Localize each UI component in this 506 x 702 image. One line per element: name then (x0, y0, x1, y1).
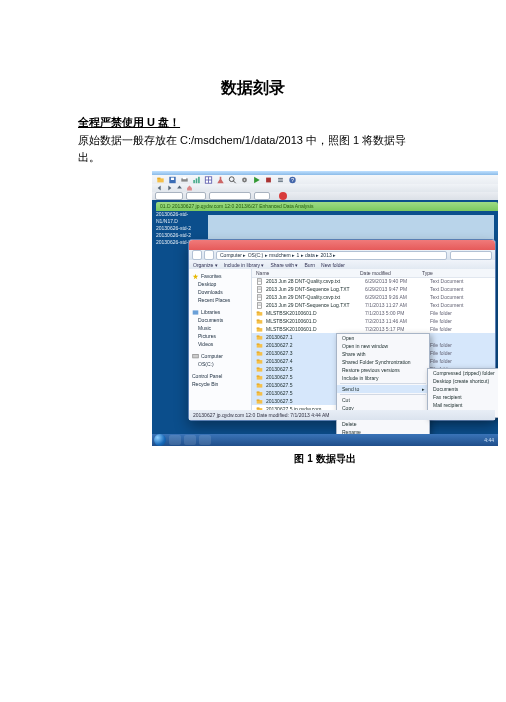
ctx-item[interactable]: Open in new window (337, 342, 429, 350)
sidebar-item[interactable]: Documents (192, 316, 248, 324)
organize-menu[interactable]: Organize ▾ (193, 262, 218, 268)
breadcrumb[interactable]: Computer ▸ OS(C:) ▸ msdchem ▸ 1 ▸ data ▸… (216, 251, 447, 260)
explorer-toolbar: Organize ▾ Include in library ▾ Share wi… (189, 260, 495, 269)
up-icon[interactable] (175, 185, 184, 192)
share-menu[interactable]: Share with ▾ (270, 262, 298, 268)
folder-icon (256, 350, 263, 357)
sendto-item[interactable]: Fax recipient (428, 393, 498, 401)
sendto-item[interactable]: Compressed (zipped) folder (428, 369, 498, 377)
combo-3[interactable] (209, 192, 251, 200)
home-icon[interactable] (185, 185, 194, 192)
include-menu[interactable]: Include in library ▾ (224, 262, 265, 268)
ctx-item[interactable]: Share with (337, 350, 429, 358)
screenshot: ? 01.D 20130627 jp.qydw.com 12:0 2013/6/… (152, 171, 498, 446)
sendto-item[interactable]: Mail recipient (428, 401, 498, 409)
sidebar-item[interactable]: Control Panel (192, 372, 248, 380)
newfolder-button[interactable]: New folder (321, 262, 345, 268)
file-icon (256, 302, 263, 309)
sidebar-favorites[interactable]: Favorites (192, 272, 248, 280)
next-icon[interactable] (165, 185, 174, 192)
file-row[interactable]: 2013 Jun 29 DNT-Sequence Log.TXT6/29/201… (252, 285, 495, 293)
svg-rect-37 (257, 311, 260, 312)
record-icon[interactable] (279, 192, 287, 200)
folder-icon (256, 390, 263, 397)
combo-2[interactable] (186, 192, 206, 200)
explorer-window: Computer ▸ OS(C:) ▸ msdchem ▸ 1 ▸ data ▸… (188, 239, 496, 421)
folder-icon (256, 310, 263, 317)
save-icon[interactable] (167, 175, 178, 184)
file-row[interactable]: MLSTBSK20100601.D7/2/2013 11:46 AMFile f… (252, 317, 495, 325)
folder-icon[interactable] (155, 175, 166, 184)
folder-icon (256, 382, 263, 389)
folder-icon (256, 398, 263, 405)
file-row[interactable]: MLSTBSK20100601.D7/1/2013 5:00 PMFile fo… (252, 309, 495, 317)
svg-rect-8 (198, 176, 200, 182)
file-icon (256, 278, 263, 285)
sidebar-computer[interactable]: Computer (192, 352, 248, 360)
sidebar-item[interactable]: OS(C:) (192, 360, 248, 368)
sidebar-item[interactable]: Recent Places (192, 296, 248, 304)
svg-text:?: ? (291, 177, 294, 183)
sidebar-item[interactable]: Pictures (192, 332, 248, 340)
flask-icon[interactable] (215, 175, 226, 184)
svg-rect-39 (257, 319, 260, 320)
ctx-item[interactable]: Delete (337, 420, 429, 428)
sidebar-item[interactable]: Music (192, 324, 248, 332)
svg-rect-6 (193, 180, 195, 183)
table-icon[interactable] (203, 175, 214, 184)
nav-back-icon[interactable] (192, 250, 202, 260)
prev-icon[interactable] (155, 185, 164, 192)
folder-icon (256, 366, 263, 373)
file-row[interactable]: 2013 Jun 28 DNT-Quality.csvp.txt6/29/201… (252, 277, 495, 285)
ctx-item[interactable]: Include in library (337, 374, 429, 382)
sendto-item[interactable]: Desktop (create shortcut) (428, 377, 498, 385)
zoom-icon[interactable] (227, 175, 238, 184)
sidebar-item[interactable]: Videos (192, 340, 248, 348)
svg-rect-49 (257, 359, 260, 360)
play-icon[interactable] (251, 175, 262, 184)
ctx-item[interactable]: Shared Folder Synchronization (337, 358, 429, 366)
svg-rect-3 (171, 177, 174, 179)
print-icon[interactable] (179, 175, 190, 184)
search-input[interactable] (450, 251, 492, 260)
taskbar-app[interactable] (169, 435, 181, 445)
folder-icon (256, 334, 263, 341)
file-row[interactable]: 2013 Jun 29 DNT-Quality.csvp.txt6/29/201… (252, 293, 495, 301)
combo-4[interactable] (254, 192, 270, 200)
taskbar: 4:44 (152, 434, 498, 446)
svg-rect-23 (193, 354, 199, 358)
ctx-item[interactable]: Restore previous versions (337, 366, 429, 374)
ctx-sendto[interactable]: Send to▸ (337, 385, 429, 393)
sendto-item[interactable]: Documents (428, 385, 498, 393)
system-tray[interactable]: 4:44 (484, 437, 494, 443)
sidebar-libraries[interactable]: Libraries (192, 308, 248, 316)
file-row[interactable]: MLSTBSK20100601.D7/2/2013 5:17 PMFile fo… (252, 325, 495, 333)
svg-rect-1 (157, 177, 160, 179)
ctx-item[interactable]: Open (337, 334, 429, 342)
taskbar-app[interactable] (184, 435, 196, 445)
chart-icon[interactable] (191, 175, 202, 184)
ctx-item[interactable]: Cut (337, 396, 429, 404)
file-row[interactable]: 2013 Jun 29 DNT-Sequence Log.TXT7/1/2013… (252, 301, 495, 309)
chart-caption: 01.D 20130627 jp.qydw.com 12:0 2013/6/27… (156, 202, 498, 211)
folder-icon (256, 358, 263, 365)
help-icon[interactable]: ? (287, 175, 298, 184)
combo-1[interactable] (155, 192, 183, 200)
burn-button[interactable]: Burn (305, 262, 316, 268)
sidebar-item[interactable]: Downloads (192, 288, 248, 296)
taskbar-app[interactable] (199, 435, 211, 445)
folder-icon (256, 342, 263, 349)
svg-rect-61 (257, 407, 260, 408)
nav-fwd-icon[interactable] (204, 250, 214, 260)
svg-rect-5 (183, 176, 186, 178)
sidebar-item[interactable]: Desktop (192, 280, 248, 288)
sidebar-item[interactable]: Recycle Bin (192, 380, 248, 388)
file-icon (256, 294, 263, 301)
gear-icon[interactable] (239, 175, 250, 184)
start-orb-icon[interactable] (154, 434, 166, 446)
explorer-titlebar[interactable] (189, 240, 495, 250)
list-icon[interactable] (275, 175, 286, 184)
svg-rect-57 (257, 391, 260, 392)
svg-rect-55 (257, 383, 260, 384)
stop-icon[interactable] (263, 175, 274, 184)
